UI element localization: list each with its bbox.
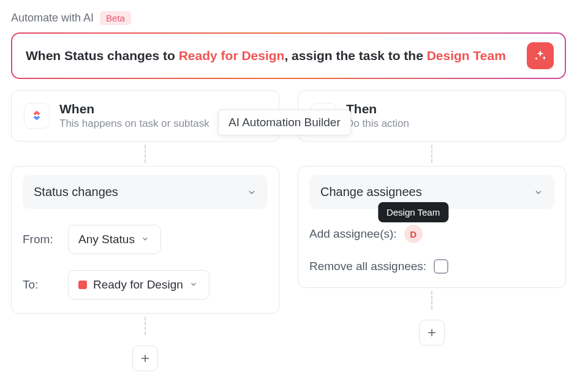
ai-prompt-bar[interactable]: When Status changes to Ready for Design,… xyxy=(11,32,566,79)
to-value: Ready for Design xyxy=(93,278,183,292)
floating-tooltip: AI Automation Builder xyxy=(218,110,351,135)
plus-icon: + xyxy=(428,324,436,341)
to-label: To: xyxy=(23,278,57,292)
chevron-down-icon xyxy=(189,280,199,290)
status-color-icon xyxy=(78,281,87,289)
assignee-initial: D xyxy=(410,229,417,239)
header: Automate with AI Beta xyxy=(11,11,566,25)
ai-generate-button[interactable] xyxy=(527,42,554,69)
then-subtitle: Do this action xyxy=(346,118,409,130)
trigger-select[interactable]: Status changes xyxy=(23,175,268,209)
when-trigger-card: Status changes From: Any Status xyxy=(11,166,279,314)
plus-icon: + xyxy=(141,350,149,367)
to-status-select[interactable]: Ready for Design xyxy=(68,270,209,300)
connector-line xyxy=(298,288,566,312)
trigger-label: Status changes xyxy=(34,185,118,199)
connector-line xyxy=(298,141,566,166)
from-label: From: xyxy=(23,233,57,246)
then-action-card: Change assignees Add assignee(s): D Desi… xyxy=(298,166,566,288)
from-value: Any Status xyxy=(78,233,135,246)
sparkle-icon xyxy=(534,49,547,62)
chevron-down-icon xyxy=(247,187,257,197)
when-title: When xyxy=(59,102,209,116)
from-status-select[interactable]: Any Status xyxy=(68,225,161,254)
page-title: Automate with AI xyxy=(11,12,94,24)
assignee-avatar[interactable]: D Design Team xyxy=(404,225,423,243)
action-label: Change assignees xyxy=(320,185,422,199)
then-title: Then xyxy=(346,102,409,116)
remove-assignees-checkbox[interactable] xyxy=(434,259,448,274)
connector-line xyxy=(11,314,279,338)
when-subtitle: This happens on task or subtask xyxy=(59,118,209,130)
add-action-button[interactable]: + xyxy=(419,320,445,345)
connector-line xyxy=(11,141,279,166)
ai-prompt-text: When Status changes to Ready for Design,… xyxy=(26,47,506,64)
assignee-tooltip: Design Team xyxy=(378,202,448,222)
add-trigger-button[interactable]: + xyxy=(132,345,158,371)
add-assignee-label: Add assignee(s): xyxy=(309,227,397,241)
chevron-down-icon xyxy=(141,235,151,244)
beta-badge: Beta xyxy=(100,11,131,25)
remove-assignees-label: Remove all assignees: xyxy=(309,260,426,273)
chevron-down-icon xyxy=(534,187,543,197)
clickup-logo-icon xyxy=(24,103,50,129)
